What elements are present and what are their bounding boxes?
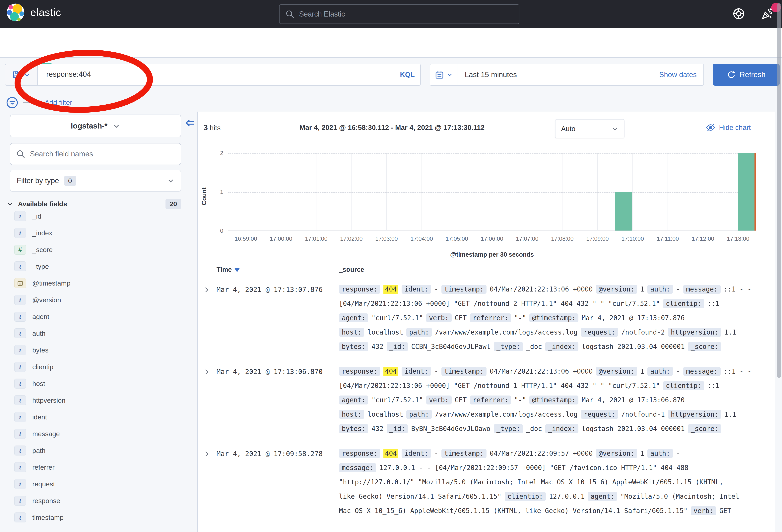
text-field-icon: t bbox=[14, 379, 26, 388]
index-pattern-select[interactable]: logstash-* bbox=[10, 115, 181, 137]
field-item-auth[interactable]: tauth bbox=[14, 327, 45, 339]
hits-count: 3 hits bbox=[203, 123, 220, 132]
y-tick-label: 2 bbox=[220, 150, 223, 156]
global-search-input[interactable]: Search Elastic bbox=[279, 4, 520, 24]
field-item-ident[interactable]: tident bbox=[14, 411, 47, 423]
expand-row-icon[interactable] bbox=[203, 286, 210, 293]
field-item-clientip[interactable]: tclientip bbox=[14, 361, 54, 373]
table-row: Mar 4, 2021 @ 17:13:06.870response:404id… bbox=[198, 362, 775, 444]
collapse-sidebar-icon[interactable] bbox=[184, 117, 196, 129]
gridline-horizontal bbox=[228, 192, 756, 193]
y-tick-label: 0 bbox=[220, 228, 223, 234]
doc-source-line: "http://127.0.0.1/" "Mozilla/5.0 (Macint… bbox=[339, 475, 776, 489]
interval-select[interactable]: Auto bbox=[555, 119, 625, 138]
date-picker-quick-menu[interactable] bbox=[430, 64, 458, 86]
histogram-bar[interactable] bbox=[738, 153, 755, 231]
field-name-pill: @version: bbox=[596, 285, 637, 294]
x-tick-label: 17:07:00 bbox=[516, 235, 538, 242]
field-value: localhost bbox=[367, 328, 403, 336]
field-value: Mar 4, 2021 @ 17:13:06.870 bbox=[581, 396, 685, 404]
filter-icon[interactable] bbox=[6, 97, 19, 109]
field-search-placeholder: Search field names bbox=[30, 150, 93, 158]
hide-chart-button[interactable]: Hide chart bbox=[706, 123, 751, 132]
field-item-bytes[interactable]: tbytes bbox=[14, 344, 48, 356]
time-range-value[interactable]: Last 15 minutes bbox=[465, 71, 517, 79]
field-item-request[interactable]: trequest bbox=[14, 478, 55, 490]
x-axis-title: @timestamp per 30 seconds bbox=[228, 251, 756, 258]
saved-query-menu[interactable] bbox=[5, 64, 38, 85]
add-filter-button[interactable]: + Add filter bbox=[39, 99, 72, 107]
field-value: ::1 - - bbox=[724, 285, 751, 293]
field-item-httpversion[interactable]: thttpversion bbox=[14, 394, 65, 406]
expand-row-icon[interactable] bbox=[203, 451, 210, 457]
query-bar[interactable]: response:404 KQL bbox=[5, 64, 421, 86]
number-field-icon: # bbox=[14, 245, 26, 255]
x-tick-label: 17:13:00 bbox=[727, 235, 749, 242]
text-field-icon: t bbox=[14, 512, 26, 523]
field-item-_id[interactable]: t_id bbox=[14, 210, 41, 222]
doc-source: response:404ident:-timestamp:04/Mar/2021… bbox=[339, 282, 776, 354]
field-item-timestamp[interactable]: ttimestamp bbox=[14, 511, 64, 524]
elastic-logo[interactable]: elastic bbox=[6, 3, 61, 22]
field-value: Mar 4, 2021 @ 17:13:07.876 bbox=[581, 314, 685, 322]
search-icon bbox=[286, 10, 294, 18]
field-value: logstash-2021.03.04-000001 bbox=[581, 425, 685, 432]
field-item-@timestamp[interactable]: @timestamp bbox=[14, 277, 70, 289]
index-pattern-label: logstash-* bbox=[71, 122, 107, 130]
plot-area[interactable] bbox=[228, 153, 756, 231]
y-axis-label: Count bbox=[201, 187, 208, 205]
field-value: _doc bbox=[526, 343, 542, 350]
field-name-pill: referrer: bbox=[470, 395, 511, 405]
field-name: timestamp bbox=[32, 514, 64, 522]
column-header-time[interactable]: Time bbox=[217, 266, 240, 273]
field-item-agent[interactable]: tagent bbox=[14, 311, 49, 322]
field-value: 1 bbox=[640, 285, 644, 293]
field-name-pill: verb: bbox=[691, 506, 716, 515]
doc-source-line: bytes:432_id:CCBN_3cB04dGovJLPawl_type:_… bbox=[339, 339, 776, 354]
field-search-input[interactable]: Search field names bbox=[10, 143, 181, 165]
query-language-button[interactable]: KQL bbox=[400, 71, 415, 78]
time-range-display[interactable]: Last 15 minutes Show dates bbox=[458, 64, 704, 86]
refresh-button[interactable]: Refresh bbox=[713, 64, 780, 86]
query-input[interactable]: response:404 bbox=[46, 70, 91, 78]
scrollbar-thumb[interactable] bbox=[777, 3, 781, 378]
sort-desc-icon bbox=[235, 268, 240, 272]
field-value: - bbox=[676, 450, 680, 457]
field-name-pill: response: bbox=[339, 285, 380, 294]
show-dates-button[interactable]: Show dates bbox=[659, 71, 697, 79]
help-icon[interactable] bbox=[732, 7, 745, 20]
text-field-icon: t bbox=[14, 312, 26, 321]
doc-timestamp: Mar 4, 2021 @ 17:13:07.876 bbox=[217, 286, 323, 294]
available-fields-header[interactable]: Available fields 20 bbox=[7, 199, 181, 209]
field-value: /notfound-2 bbox=[621, 328, 665, 336]
field-value: 1 bbox=[640, 368, 644, 375]
filter-by-type-select[interactable]: Filter by type 0 bbox=[10, 170, 181, 192]
x-tick-label: 17:05:00 bbox=[446, 235, 468, 242]
field-value: - bbox=[434, 450, 438, 457]
doc-source-line: response:404ident:-timestamp:04/Mar/2021… bbox=[339, 364, 776, 378]
doc-source-line: bytes:432_id:ByBN_3cB04dGovJLOawo_type:_… bbox=[339, 421, 776, 436]
field-item-_score[interactable]: #_score bbox=[14, 244, 52, 256]
field-name: path bbox=[32, 447, 45, 455]
field-item-referrer[interactable]: treferrer bbox=[14, 461, 55, 473]
field-name-pill: auth: bbox=[647, 285, 673, 294]
text-field-icon: t bbox=[14, 228, 26, 238]
text-field-icon: t bbox=[14, 261, 26, 271]
histogram-chart[interactable]: Count @timestamp per 30 seconds 16:59:00… bbox=[198, 140, 775, 263]
field-item-_type[interactable]: t_type bbox=[14, 260, 49, 272]
doc-source-line: [04/Mar/2021:22:13:06 +0000] "GET /notfo… bbox=[339, 296, 776, 311]
field-name-pill: path: bbox=[406, 328, 432, 337]
field-name: referrer bbox=[32, 463, 55, 471]
field-value: "Mozilla/5.0 (Macintosh; Intel bbox=[620, 493, 739, 500]
field-name-pill: @timestamp: bbox=[529, 395, 579, 405]
field-value: ::1 bbox=[707, 382, 719, 389]
expand-row-icon[interactable] bbox=[203, 369, 210, 375]
field-item-_index[interactable]: t_index bbox=[14, 227, 52, 239]
field-name-pill: _score: bbox=[688, 342, 721, 351]
histogram-bar[interactable] bbox=[615, 192, 632, 231]
field-item-path[interactable]: tpath bbox=[14, 445, 45, 456]
field-item-host[interactable]: thost bbox=[14, 378, 45, 389]
field-item-response[interactable]: tresponse bbox=[14, 495, 60, 507]
field-item-message[interactable]: tmessage bbox=[14, 428, 60, 440]
field-item-@version[interactable]: t@version bbox=[14, 294, 61, 306]
